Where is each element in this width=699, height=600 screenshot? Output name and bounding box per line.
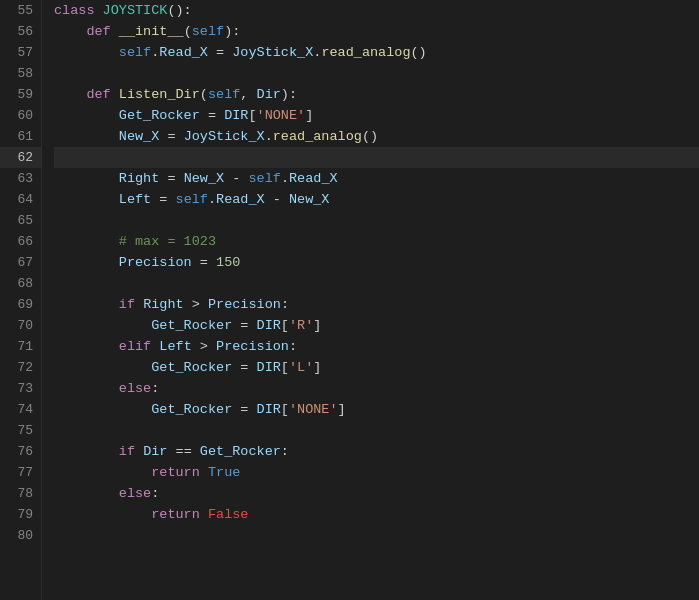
- code-line-76: if Dir == Get_Rocker:: [54, 441, 699, 462]
- code-editor: 55 56 57 58 59 60 61 62 63 64 65 66 67 6…: [0, 0, 699, 600]
- code-line-59: def Listen_Dir(self, Dir):: [54, 84, 699, 105]
- line-number-gutter: 55 56 57 58 59 60 61 62 63 64 65 66 67 6…: [0, 0, 42, 600]
- line-num-55: 55: [0, 0, 41, 21]
- code-line-77: return True: [54, 462, 699, 483]
- code-line-60: Get_Rocker = DIR['NONE']: [54, 105, 699, 126]
- line-num-65: 65: [0, 210, 41, 231]
- line-num-59: 59: [0, 84, 41, 105]
- line-num-61: 61: [0, 126, 41, 147]
- code-line-57: self.Read_X = JoyStick_X.read_analog(): [54, 42, 699, 63]
- line-num-74: 74: [0, 399, 41, 420]
- code-line-56: def __init__(self):: [54, 21, 699, 42]
- code-line-58: [54, 63, 699, 84]
- code-line-72: Get_Rocker = DIR['L']: [54, 357, 699, 378]
- line-num-76: 76: [0, 441, 41, 462]
- code-line-75: [54, 420, 699, 441]
- code-line-68: [54, 273, 699, 294]
- code-line-69: if Right > Precision:: [54, 294, 699, 315]
- code-line-66: # max = 1023: [54, 231, 699, 252]
- line-num-64: 64: [0, 189, 41, 210]
- code-line-67: Precision = 150: [54, 252, 699, 273]
- code-line-80: [54, 525, 699, 546]
- code-line-65: [54, 210, 699, 231]
- code-line-73: else:: [54, 378, 699, 399]
- line-num-70: 70: [0, 315, 41, 336]
- code-line-71: elif Left > Precision:: [54, 336, 699, 357]
- line-num-71: 71: [0, 336, 41, 357]
- line-num-58: 58: [0, 63, 41, 84]
- line-num-62: 62: [0, 147, 41, 168]
- line-num-73: 73: [0, 378, 41, 399]
- line-num-80: 80: [0, 525, 41, 546]
- code-content: class JOYSTICK(): def __init__(self): se…: [42, 0, 699, 600]
- line-num-78: 78: [0, 483, 41, 504]
- line-num-79: 79: [0, 504, 41, 525]
- line-num-66: 66: [0, 231, 41, 252]
- code-line-70: Get_Rocker = DIR['R']: [54, 315, 699, 336]
- line-num-60: 60: [0, 105, 41, 126]
- code-line-64: Left = self.Read_X - New_X: [54, 189, 699, 210]
- code-line-55: class JOYSTICK():: [54, 0, 699, 21]
- line-num-68: 68: [0, 273, 41, 294]
- code-line-62: [54, 147, 699, 168]
- code-line-63: Right = New_X - self.Read_X: [54, 168, 699, 189]
- code-line-74: Get_Rocker = DIR['NONE']: [54, 399, 699, 420]
- line-num-63: 63: [0, 168, 41, 189]
- line-num-56: 56: [0, 21, 41, 42]
- code-line-79: return False: [54, 504, 699, 525]
- line-num-69: 69: [0, 294, 41, 315]
- line-num-67: 67: [0, 252, 41, 273]
- code-line-78: else:: [54, 483, 699, 504]
- line-num-72: 72: [0, 357, 41, 378]
- code-line-61: New_X = JoyStick_X.read_analog(): [54, 126, 699, 147]
- line-num-57: 57: [0, 42, 41, 63]
- line-num-77: 77: [0, 462, 41, 483]
- line-num-75: 75: [0, 420, 41, 441]
